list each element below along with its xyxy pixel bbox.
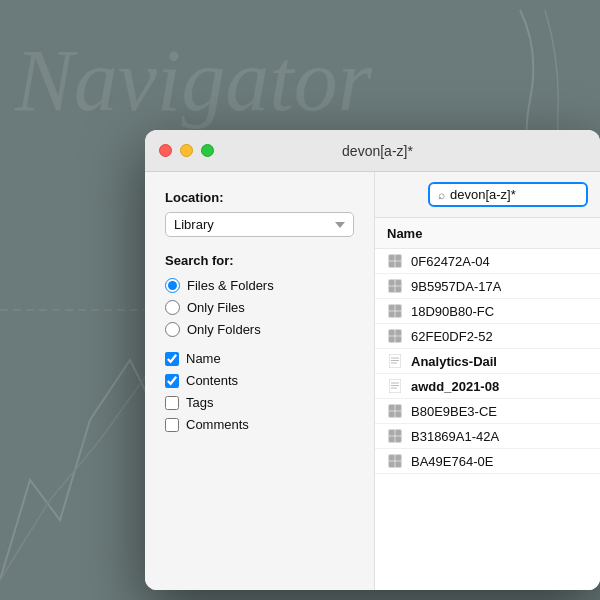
checkbox-name-label: Name bbox=[186, 351, 221, 366]
db-file-icon bbox=[387, 303, 403, 319]
checkbox-item-comments[interactable]: Comments bbox=[165, 417, 354, 432]
db-file-icon bbox=[387, 403, 403, 419]
list-item[interactable]: B31869A1-42A bbox=[375, 424, 600, 449]
checkbox-tags[interactable] bbox=[165, 396, 179, 410]
result-item-name: 62FE0DF2-52 bbox=[411, 329, 493, 344]
results-list: 0F62472A-04 9B5957DA-17A 18D90B80-FC 62F… bbox=[375, 249, 600, 590]
left-panel: Location: Library Home Computer Search f… bbox=[145, 172, 375, 590]
result-item-name: B31869A1-42A bbox=[411, 429, 499, 444]
list-item[interactable]: Analytics-Dail bbox=[375, 349, 600, 374]
doc-file-icon bbox=[387, 353, 403, 369]
doc-file-icon bbox=[387, 378, 403, 394]
svg-rect-10 bbox=[389, 287, 395, 293]
radio-only-folders-label: Only Folders bbox=[187, 322, 261, 337]
list-item[interactable]: 9B5957DA-17A bbox=[375, 274, 600, 299]
radio-files-folders-label: Files & Folders bbox=[187, 278, 274, 293]
traffic-lights bbox=[159, 144, 214, 157]
db-file-icon bbox=[387, 328, 403, 344]
checkbox-item-contents[interactable]: Contents bbox=[165, 373, 354, 388]
svg-rect-11 bbox=[396, 287, 402, 293]
db-file-icon bbox=[387, 453, 403, 469]
location-label: Location: bbox=[165, 190, 354, 205]
result-item-name: B80E9BE3-CE bbox=[411, 404, 497, 419]
svg-rect-39 bbox=[396, 437, 402, 443]
svg-rect-19 bbox=[396, 330, 402, 336]
svg-rect-21 bbox=[396, 337, 402, 343]
result-item-name: BA49E764-0E bbox=[411, 454, 493, 469]
svg-rect-6 bbox=[396, 262, 402, 268]
maximize-button[interactable] bbox=[201, 144, 214, 157]
results-header: Name bbox=[375, 218, 600, 249]
search-type-radio-group: Files & Folders Only Files Only Folders bbox=[165, 278, 354, 337]
svg-rect-3 bbox=[389, 255, 395, 261]
svg-rect-32 bbox=[396, 405, 402, 411]
svg-rect-5 bbox=[389, 262, 395, 268]
list-item[interactable]: BA49E764-0E bbox=[375, 449, 600, 474]
svg-rect-31 bbox=[389, 405, 395, 411]
svg-rect-15 bbox=[389, 312, 395, 318]
svg-rect-44 bbox=[396, 462, 402, 468]
close-button[interactable] bbox=[159, 144, 172, 157]
right-panel: ⌕ Name 0F62472A-04 9B595 bbox=[375, 172, 600, 590]
checkbox-item-tags[interactable]: Tags bbox=[165, 395, 354, 410]
svg-rect-36 bbox=[389, 430, 395, 436]
svg-rect-41 bbox=[389, 455, 395, 461]
checkbox-contents-label: Contents bbox=[186, 373, 238, 388]
checkbox-comments[interactable] bbox=[165, 418, 179, 432]
radio-item-only-files[interactable]: Only Files bbox=[165, 300, 354, 315]
svg-rect-33 bbox=[389, 412, 395, 418]
svg-rect-37 bbox=[396, 430, 402, 436]
search-icon: ⌕ bbox=[438, 188, 445, 202]
list-item[interactable]: B80E9BE3-CE bbox=[375, 399, 600, 424]
radio-item-only-folders[interactable]: Only Folders bbox=[165, 322, 354, 337]
location-select[interactable]: Library Home Computer bbox=[165, 212, 354, 237]
result-item-name: awdd_2021-08 bbox=[411, 379, 499, 394]
result-item-name: 9B5957DA-17A bbox=[411, 279, 501, 294]
list-item[interactable]: awdd_2021-08 bbox=[375, 374, 600, 399]
svg-rect-42 bbox=[396, 455, 402, 461]
window-title: devon[a-z]* bbox=[214, 143, 541, 159]
radio-only-files-label: Only Files bbox=[187, 300, 245, 315]
radio-item-files-folders[interactable]: Files & Folders bbox=[165, 278, 354, 293]
db-file-icon bbox=[387, 253, 403, 269]
checkbox-name[interactable] bbox=[165, 352, 179, 366]
svg-rect-20 bbox=[389, 337, 395, 343]
titlebar: devon[a-z]* bbox=[145, 130, 600, 172]
search-input[interactable] bbox=[450, 187, 578, 202]
db-file-icon bbox=[387, 428, 403, 444]
minimize-button[interactable] bbox=[180, 144, 193, 157]
db-file-icon bbox=[387, 278, 403, 294]
svg-rect-9 bbox=[396, 280, 402, 286]
radio-files-folders[interactable] bbox=[165, 278, 180, 293]
result-item-name: 18D90B80-FC bbox=[411, 304, 494, 319]
list-item[interactable]: 0F62472A-04 bbox=[375, 249, 600, 274]
svg-rect-34 bbox=[396, 412, 402, 418]
radio-only-folders[interactable] bbox=[165, 322, 180, 337]
window-body: Location: Library Home Computer Search f… bbox=[145, 172, 600, 590]
search-field-container: ⌕ bbox=[428, 182, 588, 207]
svg-rect-18 bbox=[389, 330, 395, 336]
svg-rect-13 bbox=[389, 305, 395, 311]
checkbox-contents[interactable] bbox=[165, 374, 179, 388]
radio-only-files[interactable] bbox=[165, 300, 180, 315]
search-for-label: Search for: bbox=[165, 253, 354, 268]
list-item[interactable]: 18D90B80-FC bbox=[375, 299, 600, 324]
result-item-name: Analytics-Dail bbox=[411, 354, 497, 369]
svg-text:Navigator: Navigator bbox=[14, 32, 373, 129]
svg-rect-4 bbox=[396, 255, 402, 261]
checkbox-tags-label: Tags bbox=[186, 395, 213, 410]
results-column-name: Name bbox=[387, 226, 422, 241]
search-fields-checkbox-group: Name Contents Tags Comments bbox=[165, 351, 354, 432]
svg-rect-8 bbox=[389, 280, 395, 286]
finder-window: devon[a-z]* Location: Library Home Compu… bbox=[145, 130, 600, 590]
svg-rect-16 bbox=[396, 312, 402, 318]
svg-rect-14 bbox=[396, 305, 402, 311]
search-bar-area: ⌕ bbox=[375, 172, 600, 218]
checkbox-comments-label: Comments bbox=[186, 417, 249, 432]
svg-rect-43 bbox=[389, 462, 395, 468]
list-item[interactable]: 62FE0DF2-52 bbox=[375, 324, 600, 349]
checkbox-item-name[interactable]: Name bbox=[165, 351, 354, 366]
result-item-name: 0F62472A-04 bbox=[411, 254, 490, 269]
svg-rect-38 bbox=[389, 437, 395, 443]
